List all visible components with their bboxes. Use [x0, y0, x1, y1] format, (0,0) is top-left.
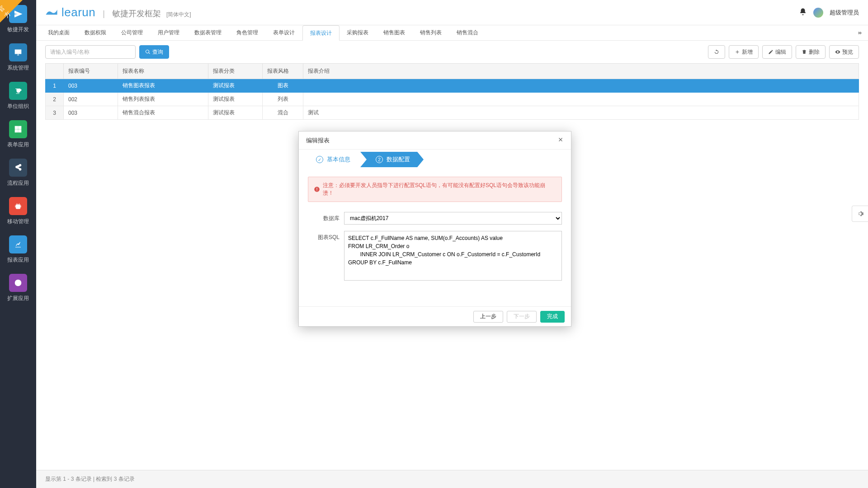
- nav-tab-10[interactable]: 销售列表: [413, 25, 449, 40]
- nav-tab-6[interactable]: 表单设计: [266, 25, 302, 40]
- col-header-5[interactable]: 报表介绍: [303, 64, 859, 79]
- logo-icon: [45, 8, 58, 16]
- col-header-1[interactable]: 报表编号: [64, 64, 118, 79]
- sidebar-item-7[interactable]: 扩展应用: [0, 269, 36, 307]
- plus-icon: [735, 49, 740, 55]
- nav-tab-3[interactable]: 用户管理: [151, 25, 187, 40]
- sidebar-item-label: 表单应用: [7, 141, 29, 149]
- sidebar-item-6[interactable]: 报表应用: [0, 230, 36, 269]
- share-icon: [9, 159, 27, 177]
- double-chevron-right-icon: [857, 30, 863, 36]
- toolbar: 查询 新增 编辑 删除 预览: [36, 41, 868, 63]
- gear-icon: [857, 210, 864, 217]
- preview-button[interactable]: 预览: [829, 45, 859, 59]
- modal-title: 编辑报表: [306, 136, 330, 145]
- sidebar: 敏捷开发系统管理单位组织表单应用流程应用移动管理报表应用扩展应用: [0, 0, 36, 488]
- warning-icon: [314, 186, 320, 192]
- delete-button[interactable]: 删除: [796, 45, 826, 59]
- nav-tab-7[interactable]: 报表设计: [302, 25, 340, 41]
- wizard-steps: ✓基本信息2数据配置: [299, 150, 571, 169]
- globe-icon: [9, 274, 27, 292]
- table-row[interactable]: 2002销售列表报表测试报表列表: [46, 93, 859, 106]
- pencil-icon: [768, 49, 774, 55]
- modal-header: 编辑报表: [299, 131, 571, 150]
- sidebar-item-1[interactable]: 系统管理: [0, 38, 36, 77]
- official-corner-badge: 官方: [0, 0, 23, 23]
- wizard-step-0[interactable]: ✓基本信息: [304, 152, 360, 167]
- edit-report-modal: 编辑报表 ✓基本信息2数据配置 注意：必须要开发人员指导下进行配置SQL语句，有…: [298, 131, 571, 327]
- sidebar-item-3[interactable]: 表单应用: [0, 115, 36, 154]
- close-icon: [557, 136, 564, 143]
- col-header-3[interactable]: 报表分类: [208, 64, 263, 79]
- finish-button[interactable]: 完成: [540, 311, 565, 323]
- wizard-step-1[interactable]: 2数据配置: [360, 152, 424, 167]
- sidebar-item-label: 敏捷开发: [7, 26, 29, 33]
- col-header-2[interactable]: 报表名称: [118, 64, 208, 79]
- sidebar-item-4[interactable]: 流程应用: [0, 154, 36, 192]
- nav-tab-11[interactable]: 销售混合: [449, 25, 486, 40]
- header: learun | 敏捷开发框架 [简体中文] 超级管理员: [36, 0, 868, 25]
- sidebar-item-label: 移动管理: [7, 218, 29, 225]
- search-input[interactable]: [45, 45, 136, 59]
- add-button[interactable]: 新增: [729, 45, 759, 59]
- nav-tabs: 我的桌面数据权限公司管理用户管理数据表管理角色管理表单设计报表设计采购报表销售图…: [36, 25, 868, 41]
- nav-tab-4[interactable]: 数据表管理: [187, 25, 229, 40]
- db-label: 数据库: [308, 212, 344, 222]
- modal-close-button[interactable]: [557, 136, 564, 145]
- nav-tab-9[interactable]: 销售图表: [376, 25, 413, 40]
- settings-toggle[interactable]: [852, 206, 868, 222]
- nav-tab-2[interactable]: 公司管理: [114, 25, 151, 40]
- svg-rect-2: [316, 188, 317, 190]
- edit-button[interactable]: 编辑: [762, 45, 792, 59]
- modal-footer: 上一步 下一步 完成: [299, 306, 571, 326]
- nav-tab-8[interactable]: 采购报表: [340, 25, 376, 40]
- sidebar-item-label: 报表应用: [7, 256, 29, 264]
- sql-label: 图表SQL: [308, 231, 344, 241]
- nav-close-all[interactable]: [852, 25, 868, 40]
- nav-tab-1[interactable]: 数据权限: [77, 25, 114, 40]
- table-row[interactable]: 3003销售混合报表测试报表混合测试: [46, 106, 859, 120]
- chart-icon: [9, 235, 27, 253]
- desktop-icon: [9, 43, 27, 61]
- col-header-0[interactable]: [46, 64, 64, 79]
- trash-icon: [802, 49, 807, 55]
- svg-rect-3: [316, 190, 317, 191]
- refresh-button[interactable]: [708, 45, 725, 59]
- nav-tab-5[interactable]: 角色管理: [229, 25, 266, 40]
- next-step-button: 下一步: [507, 311, 537, 323]
- chart-sql-textarea[interactable]: [344, 231, 562, 281]
- android-icon: [9, 197, 27, 215]
- warning-alert: 注意：必须要开发人员指导下进行配置SQL语句，有可能没有配置好SQL语句会导致该…: [308, 177, 562, 202]
- sidebar-item-label: 流程应用: [7, 179, 29, 187]
- notification-bell-icon[interactable]: [799, 8, 807, 17]
- sidebar-item-5[interactable]: 移动管理: [0, 192, 36, 230]
- cup-icon: [9, 82, 27, 100]
- sidebar-item-label: 系统管理: [7, 64, 29, 72]
- nav-tab-0[interactable]: 我的桌面: [41, 25, 77, 40]
- eye-icon: [835, 49, 840, 55]
- avatar[interactable]: [813, 8, 823, 18]
- locale-switcher[interactable]: [简体中文]: [166, 11, 191, 19]
- brand-name: learun: [61, 5, 95, 19]
- pagination-footer: 显示第 1 - 3 条记录 | 检索到 3 条记录: [36, 470, 868, 488]
- brand-logo: learun | 敏捷开发框架 [简体中文]: [45, 5, 191, 19]
- user-name[interactable]: 超级管理员: [830, 9, 859, 17]
- sidebar-item-label: 单位组织: [7, 103, 29, 110]
- table-row[interactable]: 1003销售图表报表测试报表图表: [46, 79, 859, 93]
- database-select[interactable]: mac虚拟机2017: [344, 212, 562, 225]
- brand-subtitle: 敏捷开发框架: [112, 8, 161, 19]
- refresh-icon: [714, 49, 719, 55]
- sidebar-item-2[interactable]: 单位组织: [0, 77, 36, 115]
- prev-step-button[interactable]: 上一步: [473, 311, 503, 323]
- sidebar-item-label: 扩展应用: [7, 295, 29, 302]
- grid-icon: [9, 120, 27, 138]
- col-header-4[interactable]: 报表风格: [263, 64, 303, 79]
- search-button[interactable]: 查询: [139, 45, 169, 59]
